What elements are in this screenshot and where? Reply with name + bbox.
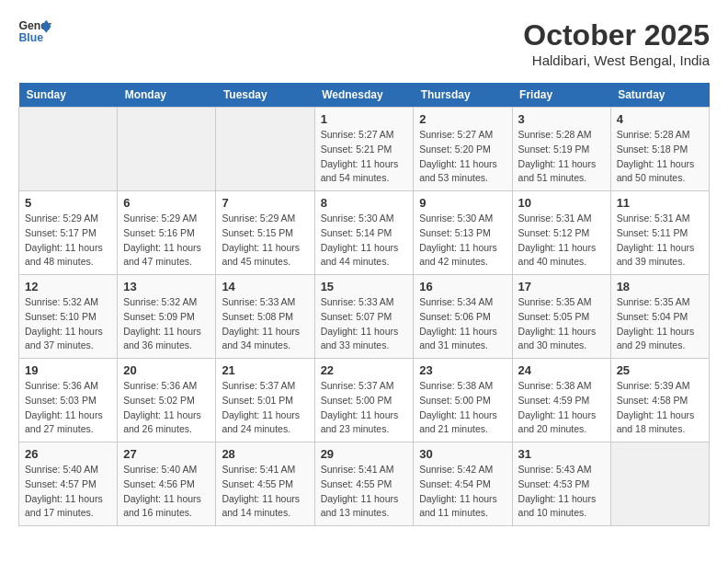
- calendar-cell: 12Sunrise: 5:32 AMSunset: 5:10 PMDayligh…: [19, 275, 118, 359]
- calendar-table: SundayMondayTuesdayWednesdayThursdayFrid…: [18, 83, 710, 526]
- day-number: 29: [321, 447, 408, 461]
- day-number: 6: [123, 196, 210, 210]
- day-number: 8: [321, 196, 408, 210]
- calendar-cell: 29Sunrise: 5:41 AMSunset: 4:55 PMDayligh…: [314, 442, 414, 526]
- weekday-header-monday: Monday: [118, 83, 216, 108]
- calendar-cell: 10Sunrise: 5:31 AMSunset: 5:12 PMDayligh…: [512, 191, 610, 275]
- day-info: Sunrise: 5:31 AMSunset: 5:12 PMDaylight:…: [518, 212, 605, 270]
- day-number: 12: [25, 280, 111, 293]
- day-number: 1: [321, 112, 408, 126]
- weekday-header-wednesday: Wednesday: [314, 83, 414, 108]
- day-info: Sunrise: 5:42 AMSunset: 4:54 PMDaylight:…: [419, 463, 506, 521]
- calendar-cell: 24Sunrise: 5:38 AMSunset: 4:59 PMDayligh…: [512, 359, 610, 442]
- day-number: 21: [222, 363, 308, 377]
- calendar-cell: 16Sunrise: 5:34 AMSunset: 5:06 PMDayligh…: [414, 275, 512, 359]
- calendar-cell: 15Sunrise: 5:33 AMSunset: 5:07 PMDayligh…: [314, 275, 414, 359]
- day-info: Sunrise: 5:27 AMSunset: 5:21 PMDaylight:…: [321, 128, 408, 186]
- calendar-cell: 25Sunrise: 5:39 AMSunset: 4:58 PMDayligh…: [610, 359, 709, 442]
- calendar-cell: 23Sunrise: 5:38 AMSunset: 5:00 PMDayligh…: [414, 359, 512, 442]
- day-info: Sunrise: 5:40 AMSunset: 4:56 PMDaylight:…: [123, 463, 210, 521]
- calendar-cell: 26Sunrise: 5:40 AMSunset: 4:57 PMDayligh…: [19, 442, 118, 526]
- day-info: Sunrise: 5:27 AMSunset: 5:20 PMDaylight:…: [419, 128, 506, 186]
- calendar-cell: 22Sunrise: 5:37 AMSunset: 5:00 PMDayligh…: [314, 359, 414, 442]
- weekday-header-tuesday: Tuesday: [216, 83, 314, 108]
- calendar-cell: 14Sunrise: 5:33 AMSunset: 5:08 PMDayligh…: [216, 275, 314, 359]
- calendar-cell: 8Sunrise: 5:30 AMSunset: 5:14 PMDaylight…: [314, 191, 414, 275]
- day-info: Sunrise: 5:40 AMSunset: 4:57 PMDaylight:…: [25, 463, 111, 521]
- svg-text:Blue: Blue: [19, 31, 44, 44]
- weekday-header-friday: Friday: [512, 83, 610, 108]
- day-info: Sunrise: 5:34 AMSunset: 5:06 PMDaylight:…: [419, 295, 506, 353]
- weekday-header-sunday: Sunday: [19, 83, 118, 108]
- calendar-cell: 4Sunrise: 5:28 AMSunset: 5:18 PMDaylight…: [610, 108, 709, 191]
- day-info: Sunrise: 5:41 AMSunset: 4:55 PMDaylight:…: [321, 463, 408, 521]
- day-number: 26: [25, 447, 111, 461]
- calendar-cell: 3Sunrise: 5:28 AMSunset: 5:19 PMDaylight…: [512, 108, 610, 191]
- calendar-cell: 19Sunrise: 5:36 AMSunset: 5:03 PMDayligh…: [19, 359, 118, 442]
- day-info: Sunrise: 5:32 AMSunset: 5:09 PMDaylight:…: [123, 295, 210, 353]
- calendar-cell: 20Sunrise: 5:36 AMSunset: 5:02 PMDayligh…: [118, 359, 216, 442]
- day-number: 14: [222, 280, 308, 293]
- calendar-cell: 2Sunrise: 5:27 AMSunset: 5:20 PMDaylight…: [414, 108, 512, 191]
- day-info: Sunrise: 5:33 AMSunset: 5:07 PMDaylight:…: [321, 295, 408, 353]
- day-number: 11: [617, 196, 703, 210]
- day-info: Sunrise: 5:29 AMSunset: 5:17 PMDaylight:…: [25, 212, 111, 270]
- day-info: Sunrise: 5:43 AMSunset: 4:53 PMDaylight:…: [518, 463, 605, 521]
- month-title: October 2025: [523, 18, 710, 52]
- calendar-cell: 1Sunrise: 5:27 AMSunset: 5:21 PMDaylight…: [314, 108, 414, 191]
- day-number: 25: [617, 363, 703, 377]
- day-info: Sunrise: 5:28 AMSunset: 5:18 PMDaylight:…: [617, 128, 703, 186]
- calendar-cell: [610, 442, 709, 526]
- day-number: 5: [25, 196, 111, 210]
- calendar-cell: 13Sunrise: 5:32 AMSunset: 5:09 PMDayligh…: [118, 275, 216, 359]
- day-info: Sunrise: 5:35 AMSunset: 5:04 PMDaylight:…: [617, 295, 703, 353]
- day-info: Sunrise: 5:28 AMSunset: 5:19 PMDaylight:…: [518, 128, 605, 186]
- calendar-cell: 17Sunrise: 5:35 AMSunset: 5:05 PMDayligh…: [512, 275, 610, 359]
- day-info: Sunrise: 5:31 AMSunset: 5:11 PMDaylight:…: [617, 212, 703, 270]
- day-info: Sunrise: 5:37 AMSunset: 5:01 PMDaylight:…: [222, 379, 308, 437]
- day-number: 2: [419, 112, 506, 126]
- day-number: 28: [222, 447, 308, 461]
- title-block: October 2025 Haldibari, West Bengal, Ind…: [523, 18, 710, 68]
- weekday-header-row: SundayMondayTuesdayWednesdayThursdayFrid…: [19, 83, 710, 108]
- day-number: 18: [617, 280, 703, 293]
- day-number: 7: [222, 196, 308, 210]
- calendar-cell: 18Sunrise: 5:35 AMSunset: 5:04 PMDayligh…: [610, 275, 709, 359]
- location-subtitle: Haldibari, West Bengal, India: [523, 52, 710, 68]
- page-header: General Blue October 2025 Haldibari, Wes…: [18, 18, 710, 68]
- day-number: 22: [321, 363, 408, 377]
- calendar-week-row: 19Sunrise: 5:36 AMSunset: 5:03 PMDayligh…: [19, 359, 710, 442]
- calendar-cell: 21Sunrise: 5:37 AMSunset: 5:01 PMDayligh…: [216, 359, 314, 442]
- day-info: Sunrise: 5:41 AMSunset: 4:55 PMDaylight:…: [222, 463, 308, 521]
- day-number: 23: [419, 363, 506, 377]
- calendar-cell: 9Sunrise: 5:30 AMSunset: 5:13 PMDaylight…: [414, 191, 512, 275]
- day-info: Sunrise: 5:39 AMSunset: 4:58 PMDaylight:…: [617, 379, 703, 437]
- calendar-week-row: 5Sunrise: 5:29 AMSunset: 5:17 PMDaylight…: [19, 191, 710, 275]
- weekday-header-thursday: Thursday: [414, 83, 512, 108]
- calendar-cell: 7Sunrise: 5:29 AMSunset: 5:15 PMDaylight…: [216, 191, 314, 275]
- day-info: Sunrise: 5:32 AMSunset: 5:10 PMDaylight:…: [25, 295, 111, 353]
- day-info: Sunrise: 5:37 AMSunset: 5:00 PMDaylight:…: [321, 379, 408, 437]
- calendar-cell: 11Sunrise: 5:31 AMSunset: 5:11 PMDayligh…: [610, 191, 709, 275]
- day-number: 30: [419, 447, 506, 461]
- day-info: Sunrise: 5:35 AMSunset: 5:05 PMDaylight:…: [518, 295, 605, 353]
- day-number: 27: [123, 447, 210, 461]
- day-number: 17: [518, 280, 605, 293]
- day-info: Sunrise: 5:33 AMSunset: 5:08 PMDaylight:…: [222, 295, 308, 353]
- calendar-cell: 30Sunrise: 5:42 AMSunset: 4:54 PMDayligh…: [414, 442, 512, 526]
- logo: General Blue: [18, 18, 51, 44]
- calendar-week-row: 1Sunrise: 5:27 AMSunset: 5:21 PMDaylight…: [19, 108, 710, 191]
- day-info: Sunrise: 5:38 AMSunset: 4:59 PMDaylight:…: [518, 379, 605, 437]
- day-number: 15: [321, 280, 408, 293]
- calendar-cell: 31Sunrise: 5:43 AMSunset: 4:53 PMDayligh…: [512, 442, 610, 526]
- calendar-cell: 5Sunrise: 5:29 AMSunset: 5:17 PMDaylight…: [19, 191, 118, 275]
- calendar-week-row: 12Sunrise: 5:32 AMSunset: 5:10 PMDayligh…: [19, 275, 710, 359]
- day-info: Sunrise: 5:36 AMSunset: 5:02 PMDaylight:…: [123, 379, 210, 437]
- day-number: 10: [518, 196, 605, 210]
- day-info: Sunrise: 5:29 AMSunset: 5:16 PMDaylight:…: [123, 212, 210, 270]
- day-number: 16: [419, 280, 506, 293]
- day-info: Sunrise: 5:30 AMSunset: 5:14 PMDaylight:…: [321, 212, 408, 270]
- calendar-week-row: 26Sunrise: 5:40 AMSunset: 4:57 PMDayligh…: [19, 442, 710, 526]
- calendar-cell: 27Sunrise: 5:40 AMSunset: 4:56 PMDayligh…: [118, 442, 216, 526]
- calendar-cell: 6Sunrise: 5:29 AMSunset: 5:16 PMDaylight…: [118, 191, 216, 275]
